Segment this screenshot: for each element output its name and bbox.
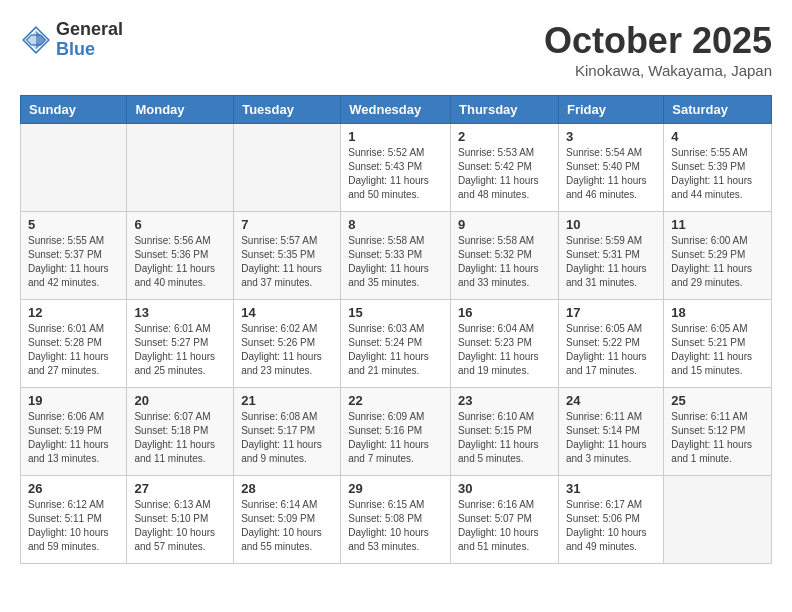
day-cell xyxy=(664,476,772,564)
day-number: 7 xyxy=(241,217,333,232)
day-info: Sunrise: 5:53 AM Sunset: 5:42 PM Dayligh… xyxy=(458,146,551,202)
logo-icon xyxy=(20,24,52,56)
day-number: 27 xyxy=(134,481,226,496)
day-number: 18 xyxy=(671,305,764,320)
day-number: 8 xyxy=(348,217,443,232)
day-cell: 31Sunrise: 6:17 AM Sunset: 5:06 PM Dayli… xyxy=(558,476,663,564)
day-cell: 20Sunrise: 6:07 AM Sunset: 5:18 PM Dayli… xyxy=(127,388,234,476)
logo-general-text: General xyxy=(56,20,123,40)
day-number: 21 xyxy=(241,393,333,408)
logo: General Blue xyxy=(20,20,123,60)
day-cell: 5Sunrise: 5:55 AM Sunset: 5:37 PM Daylig… xyxy=(21,212,127,300)
title-block: October 2025 Kinokawa, Wakayama, Japan xyxy=(544,20,772,79)
day-info: Sunrise: 6:01 AM Sunset: 5:27 PM Dayligh… xyxy=(134,322,226,378)
day-number: 24 xyxy=(566,393,656,408)
day-number: 9 xyxy=(458,217,551,232)
day-info: Sunrise: 6:04 AM Sunset: 5:23 PM Dayligh… xyxy=(458,322,551,378)
day-cell: 26Sunrise: 6:12 AM Sunset: 5:11 PM Dayli… xyxy=(21,476,127,564)
page-header: General Blue October 2025 Kinokawa, Waka… xyxy=(20,20,772,79)
day-cell: 22Sunrise: 6:09 AM Sunset: 5:16 PM Dayli… xyxy=(341,388,451,476)
day-number: 23 xyxy=(458,393,551,408)
day-number: 1 xyxy=(348,129,443,144)
day-number: 28 xyxy=(241,481,333,496)
weekday-header-wednesday: Wednesday xyxy=(341,96,451,124)
logo-blue-text: Blue xyxy=(56,40,123,60)
day-info: Sunrise: 5:54 AM Sunset: 5:40 PM Dayligh… xyxy=(566,146,656,202)
day-number: 6 xyxy=(134,217,226,232)
day-cell: 29Sunrise: 6:15 AM Sunset: 5:08 PM Dayli… xyxy=(341,476,451,564)
day-number: 26 xyxy=(28,481,119,496)
day-cell: 23Sunrise: 6:10 AM Sunset: 5:15 PM Dayli… xyxy=(451,388,559,476)
day-number: 13 xyxy=(134,305,226,320)
day-cell: 8Sunrise: 5:58 AM Sunset: 5:33 PM Daylig… xyxy=(341,212,451,300)
day-info: Sunrise: 6:03 AM Sunset: 5:24 PM Dayligh… xyxy=(348,322,443,378)
day-info: Sunrise: 5:55 AM Sunset: 5:39 PM Dayligh… xyxy=(671,146,764,202)
day-info: Sunrise: 5:57 AM Sunset: 5:35 PM Dayligh… xyxy=(241,234,333,290)
day-cell: 7Sunrise: 5:57 AM Sunset: 5:35 PM Daylig… xyxy=(234,212,341,300)
day-cell: 18Sunrise: 6:05 AM Sunset: 5:21 PM Dayli… xyxy=(664,300,772,388)
day-info: Sunrise: 5:58 AM Sunset: 5:32 PM Dayligh… xyxy=(458,234,551,290)
day-info: Sunrise: 6:02 AM Sunset: 5:26 PM Dayligh… xyxy=(241,322,333,378)
weekday-header-tuesday: Tuesday xyxy=(234,96,341,124)
day-cell: 2Sunrise: 5:53 AM Sunset: 5:42 PM Daylig… xyxy=(451,124,559,212)
day-cell: 3Sunrise: 5:54 AM Sunset: 5:40 PM Daylig… xyxy=(558,124,663,212)
day-cell: 16Sunrise: 6:04 AM Sunset: 5:23 PM Dayli… xyxy=(451,300,559,388)
day-info: Sunrise: 6:10 AM Sunset: 5:15 PM Dayligh… xyxy=(458,410,551,466)
week-row-5: 26Sunrise: 6:12 AM Sunset: 5:11 PM Dayli… xyxy=(21,476,772,564)
day-info: Sunrise: 5:52 AM Sunset: 5:43 PM Dayligh… xyxy=(348,146,443,202)
day-number: 3 xyxy=(566,129,656,144)
day-cell: 21Sunrise: 6:08 AM Sunset: 5:17 PM Dayli… xyxy=(234,388,341,476)
day-cell xyxy=(234,124,341,212)
day-number: 19 xyxy=(28,393,119,408)
day-info: Sunrise: 6:06 AM Sunset: 5:19 PM Dayligh… xyxy=(28,410,119,466)
day-cell: 12Sunrise: 6:01 AM Sunset: 5:28 PM Dayli… xyxy=(21,300,127,388)
day-info: Sunrise: 5:59 AM Sunset: 5:31 PM Dayligh… xyxy=(566,234,656,290)
day-info: Sunrise: 6:05 AM Sunset: 5:21 PM Dayligh… xyxy=(671,322,764,378)
day-info: Sunrise: 6:16 AM Sunset: 5:07 PM Dayligh… xyxy=(458,498,551,554)
day-info: Sunrise: 6:05 AM Sunset: 5:22 PM Dayligh… xyxy=(566,322,656,378)
day-cell: 10Sunrise: 5:59 AM Sunset: 5:31 PM Dayli… xyxy=(558,212,663,300)
location-text: Kinokawa, Wakayama, Japan xyxy=(544,62,772,79)
day-info: Sunrise: 6:13 AM Sunset: 5:10 PM Dayligh… xyxy=(134,498,226,554)
day-info: Sunrise: 6:11 AM Sunset: 5:14 PM Dayligh… xyxy=(566,410,656,466)
week-row-1: 1Sunrise: 5:52 AM Sunset: 5:43 PM Daylig… xyxy=(21,124,772,212)
day-cell: 19Sunrise: 6:06 AM Sunset: 5:19 PM Dayli… xyxy=(21,388,127,476)
day-info: Sunrise: 6:14 AM Sunset: 5:09 PM Dayligh… xyxy=(241,498,333,554)
day-info: Sunrise: 6:08 AM Sunset: 5:17 PM Dayligh… xyxy=(241,410,333,466)
day-info: Sunrise: 5:55 AM Sunset: 5:37 PM Dayligh… xyxy=(28,234,119,290)
day-number: 15 xyxy=(348,305,443,320)
day-number: 29 xyxy=(348,481,443,496)
day-cell xyxy=(127,124,234,212)
day-cell: 1Sunrise: 5:52 AM Sunset: 5:43 PM Daylig… xyxy=(341,124,451,212)
day-cell: 14Sunrise: 6:02 AM Sunset: 5:26 PM Dayli… xyxy=(234,300,341,388)
day-number: 20 xyxy=(134,393,226,408)
day-number: 2 xyxy=(458,129,551,144)
day-cell: 27Sunrise: 6:13 AM Sunset: 5:10 PM Dayli… xyxy=(127,476,234,564)
calendar-table: SundayMondayTuesdayWednesdayThursdayFrid… xyxy=(20,95,772,564)
logo-text: General Blue xyxy=(56,20,123,60)
day-info: Sunrise: 5:56 AM Sunset: 5:36 PM Dayligh… xyxy=(134,234,226,290)
day-cell: 24Sunrise: 6:11 AM Sunset: 5:14 PM Dayli… xyxy=(558,388,663,476)
day-info: Sunrise: 5:58 AM Sunset: 5:33 PM Dayligh… xyxy=(348,234,443,290)
day-number: 10 xyxy=(566,217,656,232)
week-row-3: 12Sunrise: 6:01 AM Sunset: 5:28 PM Dayli… xyxy=(21,300,772,388)
day-cell: 4Sunrise: 5:55 AM Sunset: 5:39 PM Daylig… xyxy=(664,124,772,212)
week-row-2: 5Sunrise: 5:55 AM Sunset: 5:37 PM Daylig… xyxy=(21,212,772,300)
day-number: 22 xyxy=(348,393,443,408)
day-info: Sunrise: 6:09 AM Sunset: 5:16 PM Dayligh… xyxy=(348,410,443,466)
day-cell: 30Sunrise: 6:16 AM Sunset: 5:07 PM Dayli… xyxy=(451,476,559,564)
day-info: Sunrise: 6:12 AM Sunset: 5:11 PM Dayligh… xyxy=(28,498,119,554)
day-number: 31 xyxy=(566,481,656,496)
day-cell: 6Sunrise: 5:56 AM Sunset: 5:36 PM Daylig… xyxy=(127,212,234,300)
day-number: 5 xyxy=(28,217,119,232)
day-number: 12 xyxy=(28,305,119,320)
day-cell: 17Sunrise: 6:05 AM Sunset: 5:22 PM Dayli… xyxy=(558,300,663,388)
month-title: October 2025 xyxy=(544,20,772,62)
day-cell: 25Sunrise: 6:11 AM Sunset: 5:12 PM Dayli… xyxy=(664,388,772,476)
day-number: 25 xyxy=(671,393,764,408)
weekday-header-sunday: Sunday xyxy=(21,96,127,124)
day-info: Sunrise: 6:07 AM Sunset: 5:18 PM Dayligh… xyxy=(134,410,226,466)
day-info: Sunrise: 6:17 AM Sunset: 5:06 PM Dayligh… xyxy=(566,498,656,554)
day-info: Sunrise: 6:11 AM Sunset: 5:12 PM Dayligh… xyxy=(671,410,764,466)
weekday-header-thursday: Thursday xyxy=(451,96,559,124)
